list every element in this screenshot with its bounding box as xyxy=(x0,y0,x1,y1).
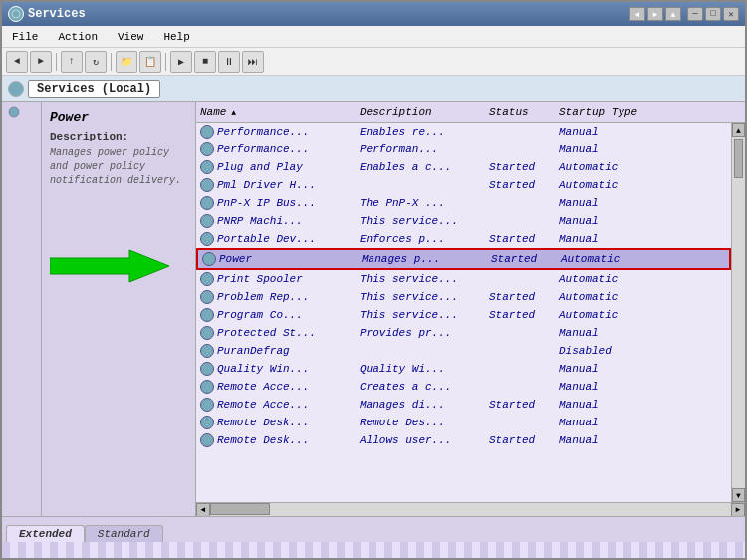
scroll-thumb[interactable] xyxy=(734,139,743,178)
nav-services-local[interactable] xyxy=(2,102,41,122)
table-row[interactable]: Print SpoolerThis service...Automatic xyxy=(196,270,731,288)
svg-point-19 xyxy=(203,401,211,409)
table-row[interactable]: Quality Win...Quality Wi...Manual xyxy=(196,360,731,378)
service-icon xyxy=(202,252,216,266)
tab-extended[interactable]: Extended xyxy=(6,525,85,542)
back-button[interactable]: ◄ xyxy=(6,51,28,73)
scroll-up-btn[interactable]: ▲ xyxy=(732,123,745,137)
table-row[interactable]: Protected St...Provides pr...Manual xyxy=(196,324,731,342)
table-body[interactable]: Performance...Enables re...ManualPerform… xyxy=(196,123,731,502)
table-row[interactable]: Portable Dev...Enforces p...StartedManua… xyxy=(196,230,731,248)
service-name-text: Power xyxy=(219,253,252,265)
sidebar: Power Description: Manages power policy … xyxy=(42,102,196,516)
restart-button[interactable]: ⏭ xyxy=(242,51,264,73)
title-bar-left: Services xyxy=(8,6,86,22)
table-row[interactable]: Program Co...This service...StartedAutom… xyxy=(196,306,731,324)
cell-name: Portable Dev... xyxy=(196,231,356,247)
table-row[interactable]: Remote Desk...Allows user...StartedManua… xyxy=(196,431,731,449)
pause-button[interactable]: ⏸ xyxy=(218,51,240,73)
svg-point-8 xyxy=(203,199,211,207)
scrollbar-vertical[interactable]: ▲ ▼ xyxy=(731,123,745,502)
cell-description: Remote Des... xyxy=(356,415,485,430)
cell-name: Program Co... xyxy=(196,307,356,323)
nav-fwd-btn[interactable]: ► xyxy=(647,7,663,21)
scroll-track[interactable] xyxy=(732,137,745,488)
close-button[interactable]: ✕ xyxy=(723,7,739,21)
service-icon xyxy=(200,290,214,304)
cell-name: Pml Driver H... xyxy=(196,177,356,193)
cell-status xyxy=(485,271,555,287)
scroll-left-btn[interactable]: ◄ xyxy=(196,503,210,517)
service-icon xyxy=(200,398,214,412)
menu-action[interactable]: Action xyxy=(52,29,104,45)
scroll-right-btn[interactable]: ► xyxy=(731,503,745,517)
service-name-text: Remote Desk... xyxy=(217,417,309,428)
service-name-text: PuranDefrag xyxy=(217,345,290,357)
cell-description: Enforces p... xyxy=(356,231,485,247)
table-row[interactable]: PowerManages p...StartedAutomatic xyxy=(196,248,731,270)
table-row[interactable]: Performance...Enables re...Manual xyxy=(196,123,731,140)
cell-description: This service... xyxy=(356,307,485,323)
scroll-h-track[interactable] xyxy=(210,503,731,517)
service-icon xyxy=(200,308,214,322)
header-startup[interactable]: Startup Type xyxy=(555,104,654,120)
service-icon xyxy=(200,362,214,376)
table-row[interactable]: Pml Driver H...StartedAutomatic xyxy=(196,176,731,194)
table-row[interactable]: Plug and PlayEnables a c...StartedAutoma… xyxy=(196,158,731,176)
forward-button[interactable]: ► xyxy=(30,51,52,73)
properties-button[interactable]: 📋 xyxy=(139,51,161,73)
header-name[interactable]: Name xyxy=(196,104,356,120)
cell-name: Remote Acce... xyxy=(196,379,356,395)
table-row[interactable]: PuranDefragDisabled xyxy=(196,342,731,360)
svg-point-17 xyxy=(203,365,211,373)
table-row[interactable]: PnP-X IP Bus...The PnP-X ...Manual xyxy=(196,194,731,212)
svg-marker-3 xyxy=(50,250,169,282)
header-status[interactable]: Status xyxy=(485,104,555,120)
title-bar: Services ◄ ► ▲ ─ □ ✕ xyxy=(2,2,745,26)
svg-point-15 xyxy=(203,329,211,337)
service-icon xyxy=(200,416,214,429)
svg-point-1 xyxy=(12,85,20,93)
stop-button[interactable]: ■ xyxy=(194,51,216,73)
table-row[interactable]: Remote Acce...Manages di...StartedManual xyxy=(196,396,731,414)
cell-status: Started xyxy=(485,177,555,193)
menu-file[interactable]: File xyxy=(6,29,44,45)
scroll-down-btn[interactable]: ▼ xyxy=(732,488,745,502)
refresh-button[interactable]: ↻ xyxy=(85,51,107,73)
service-icon xyxy=(200,196,214,210)
nav-up-btn[interactable]: ▲ xyxy=(665,7,681,21)
sidebar-service-title: Power xyxy=(50,110,187,125)
table-row[interactable]: PNRP Machi...This service...Manual xyxy=(196,212,731,230)
header-description[interactable]: Description xyxy=(356,104,485,120)
play-button[interactable]: ▶ xyxy=(170,51,192,73)
address-label: Services (Local) xyxy=(28,80,160,98)
cell-status xyxy=(485,415,555,430)
service-name-text: Problem Rep... xyxy=(217,291,309,303)
svg-point-21 xyxy=(203,436,211,444)
tab-standard[interactable]: Standard xyxy=(85,525,163,542)
minimize-button[interactable]: ─ xyxy=(687,7,703,21)
service-name-text: Program Co... xyxy=(217,309,303,321)
table-row[interactable]: Performance...Performan...Manual xyxy=(196,140,731,158)
up-button[interactable]: ↑ xyxy=(61,51,83,73)
cell-status xyxy=(485,195,555,211)
cell-startup: Manual xyxy=(555,432,654,448)
cell-description: Manages p... xyxy=(358,251,487,267)
cell-startup: Manual xyxy=(555,415,654,430)
menu-view[interactable]: View xyxy=(112,29,149,45)
table-row[interactable]: Remote Acce...Creates a c...Manual xyxy=(196,378,731,396)
cell-startup: Automatic xyxy=(555,159,654,175)
service-icon xyxy=(200,178,214,192)
table-row[interactable]: Problem Rep...This service...StartedAuto… xyxy=(196,288,731,306)
nav-back-btn[interactable]: ◄ xyxy=(629,7,645,21)
folder-button[interactable]: 📁 xyxy=(116,51,137,73)
svg-point-20 xyxy=(203,419,211,426)
toolbar: ◄ ► ↑ ↻ 📁 📋 ▶ ■ ⏸ ⏭ xyxy=(2,48,745,76)
scrollbar-horizontal[interactable]: ◄ ► xyxy=(196,502,745,516)
menu-help[interactable]: Help xyxy=(157,29,195,45)
scroll-h-thumb[interactable] xyxy=(210,503,270,515)
svg-point-9 xyxy=(203,217,211,225)
maximize-button[interactable]: □ xyxy=(705,7,721,21)
table-row[interactable]: Remote Desk...Remote Des...Manual xyxy=(196,414,731,431)
toolbar-sep3 xyxy=(165,53,166,71)
